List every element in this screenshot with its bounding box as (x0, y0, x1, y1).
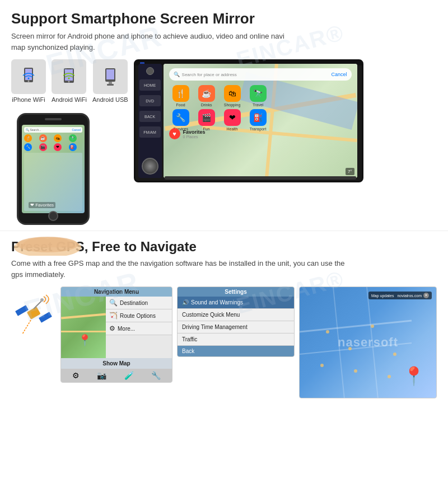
services-icon: 🔧 (172, 109, 189, 126)
section2-description: Come with a free GPS map and the the nav… (11, 258, 347, 280)
route-icon: 🏹 (109, 312, 118, 320)
mirror-icons-group: iPhone WiFi Android WiFi (11, 59, 128, 225)
phone-fav-label: ❤ Favorites (30, 203, 54, 208)
phone-app-food: 🍴 (24, 134, 32, 142)
carplay-app-health[interactable]: ❤ Health (221, 109, 244, 131)
nav-menu-body: 📍 🔍 Destination 🏹 Route Options ⚙ More..… (61, 297, 172, 358)
carplay-cancel-btn[interactable]: Cancel (332, 72, 347, 77)
phone-app-travel: 🔭 (69, 134, 77, 142)
car-back-btn[interactable]: BACK (139, 111, 161, 122)
phone-icons-grid: 🍴 ☕ 🛍 🔭 🔧 🎬 ❤ ⛽ (24, 134, 82, 151)
iphone-wifi-item: iPhone WiFi (11, 59, 46, 103)
android-usb-icon-box (93, 59, 128, 94)
phone-favorites: ❤ Favorites (29, 202, 55, 208)
svg-point-27 (393, 353, 396, 356)
carplay-favorites[interactable]: ♥ Favorites 0 Places (169, 128, 206, 139)
show-map-button[interactable]: Show Map (61, 358, 172, 369)
car-volume-knob[interactable] (142, 158, 158, 175)
iphone-wifi-icon (17, 65, 40, 88)
nav-route-item[interactable]: 🏹 Route Options (106, 309, 172, 322)
map-brand-watermark: nasersoft (338, 335, 398, 350)
car-sidebar: HOME DVD BACK FM/AM (138, 64, 162, 178)
favorites-text-group: Favorites 0 Places (183, 129, 206, 139)
drinks-icon: ☕ (198, 85, 215, 102)
iphone-wifi-icon-box (11, 59, 46, 94)
food-icon: 🍴 (172, 85, 189, 102)
satellite-icon (11, 292, 56, 342)
shopping-label: Shopping (224, 103, 241, 107)
map-bg-screen: nasersoft 📍 Map updates noviatros.com ✕ (299, 286, 437, 398)
health-label: Health (226, 127, 237, 131)
carplay-overlay: 🔍 Search for place or address Cancel 🍴 F… (164, 64, 357, 178)
settings-screen: Settings 🔊 Sound and Warnings Customize … (177, 286, 295, 357)
phone-app-drinks: ☕ (39, 134, 47, 142)
svg-rect-11 (107, 84, 114, 86)
map-update-url: noviatros.com (397, 294, 422, 298)
car-power-btn[interactable] (146, 67, 154, 75)
phone-app-transport: ⛽ (69, 143, 77, 151)
nav-map-thumbnail: 📍 (61, 297, 106, 358)
settings-sound-item[interactable]: 🔊 Sound and Warnings (178, 297, 294, 309)
svg-point-28 (320, 364, 324, 367)
svg-point-2 (28, 81, 30, 82)
android-wifi-item: Android WiFi (52, 59, 87, 103)
bottom-settings-icon[interactable]: ⚙ (72, 371, 80, 380)
car-fmam-btn[interactable]: FM/AM (139, 126, 161, 138)
android-wifi-icon (58, 65, 80, 88)
transport-label: Transport (250, 127, 267, 131)
phone-device: 🔍 Search... Cancel 🍴 ☕ 🛍 🔭 🔧 🎬 ❤ (17, 113, 90, 225)
nav-menu-screen: Navigation Menu 📍 🔍 Destination 🏹 Route (60, 286, 172, 383)
carplay-app-shopping[interactable]: 🛍 Shopping (221, 85, 244, 107)
food-label: Food (176, 103, 185, 107)
more-icon: ⚙ (109, 325, 115, 332)
svg-rect-16 (39, 312, 52, 323)
nav-map-pin: 📍 (78, 333, 92, 347)
car-dvd-btn[interactable]: DVD (139, 95, 161, 106)
phone-map-thumb: ❤ Favorites (24, 153, 82, 211)
carplay-search-bar[interactable]: 🔍 Search for place or address Cancel (169, 68, 352, 81)
carplay-app-travel[interactable]: 🔭 Travel (246, 85, 270, 107)
gps-screenshots-row: Navigation Menu 📍 🔍 Destination 🏹 Route (11, 286, 437, 398)
nav-menu-items: 🔍 Destination 🏹 Route Options ⚙ More... (106, 297, 172, 358)
car-unit-display: HOME DVD BACK FM/AM (134, 59, 363, 182)
bottom-camera-icon[interactable]: 📷 (97, 371, 106, 380)
settings-quickmenu-item[interactable]: Customize Quick Menu (178, 309, 294, 321)
svg-point-30 (388, 375, 391, 378)
carplay-app-drinks[interactable]: ☕ Drinks (195, 85, 218, 107)
section-screen-mirror: Support Smartphone Screen Mirror Screen … (0, 0, 448, 231)
nav-more-item[interactable]: ⚙ More... (106, 322, 172, 335)
travel-icon: 🔭 (250, 85, 267, 102)
nav-map-road2 (61, 331, 106, 332)
nav-destination-item[interactable]: 🔍 Destination (106, 297, 172, 309)
phone-search-bar: 🔍 Search... Cancel (24, 127, 82, 133)
temp-badge: 7° (346, 168, 354, 175)
traffic-label: Traffic (182, 336, 197, 342)
phone-screen: 🔍 Search... Cancel 🍴 ☕ 🛍 🔭 🔧 🎬 ❤ (22, 125, 85, 213)
fun-icon: 🎬 (198, 109, 215, 126)
svg-line-19 (22, 320, 31, 334)
settings-back-btn[interactable]: Back (178, 346, 294, 356)
carplay-app-food[interactable]: 🍴 Food (169, 85, 193, 107)
phone-speaker (45, 118, 62, 120)
settings-driving-item[interactable]: Driving Time Management (178, 321, 294, 333)
map-location-pin: 📍 (403, 365, 425, 387)
svg-point-24 (326, 330, 329, 333)
carplay-app-transport[interactable]: ⛽ Transport (246, 109, 270, 131)
android-usb-label: Android USB (92, 96, 128, 103)
phone-app-fun: 🎬 (39, 143, 47, 151)
bottom-lab-icon[interactable]: 🧪 (124, 371, 134, 380)
mirror-row: iPhone WiFi Android WiFi (11, 59, 437, 225)
drinks-label: Drinks (201, 103, 212, 107)
destination-label: Destination (120, 300, 148, 306)
settings-title: Settings (178, 287, 294, 297)
car-home-btn[interactable]: HOME (139, 79, 161, 91)
svg-point-7 (68, 78, 70, 79)
shopping-icon: 🛍 (224, 85, 241, 102)
settings-traffic-item[interactable]: Traffic (178, 333, 294, 346)
bottom-tools-icon[interactable]: 🔧 (151, 371, 161, 380)
health-icon: ❤ (224, 109, 241, 126)
phone-app-health: ❤ (54, 143, 62, 151)
svg-point-29 (354, 369, 357, 373)
map-update-close[interactable]: ✕ (423, 293, 429, 298)
quickmenu-label: Customize Quick Menu (182, 312, 240, 318)
